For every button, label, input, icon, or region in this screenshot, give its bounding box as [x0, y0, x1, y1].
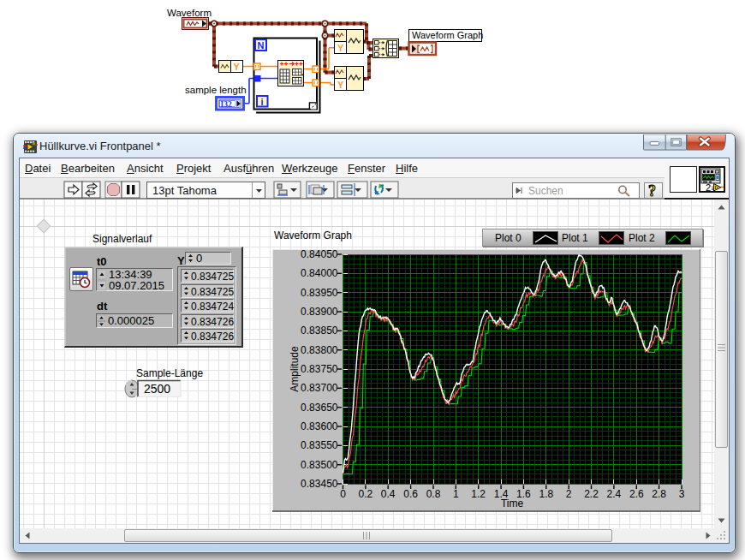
svg-text:0.83900: 0.83900: [301, 306, 338, 318]
svg-text:0.83850: 0.83850: [301, 325, 338, 337]
svg-text:1.8: 1.8: [539, 488, 553, 500]
svg-text:0.83550: 0.83550: [301, 439, 338, 451]
svg-text:0.83500: 0.83500: [301, 459, 338, 471]
svg-text:Y: Y: [234, 62, 241, 72]
svg-text:1: 1: [453, 488, 459, 500]
svg-text:Y: Y: [337, 43, 344, 53]
svg-text:0.83450: 0.83450: [301, 478, 338, 490]
svg-text:2500: 2500: [144, 382, 170, 396]
svg-text:0.83600: 0.83600: [301, 420, 338, 432]
svg-text:sample length: sample length: [185, 85, 247, 95]
svg-text:Suchen: Suchen: [528, 185, 563, 197]
svg-text:2.4: 2.4: [607, 488, 622, 500]
svg-text:0.83650: 0.83650: [301, 402, 338, 414]
svg-text:1.2: 1.2: [471, 488, 486, 500]
svg-text:0.8: 0.8: [426, 488, 441, 500]
svg-text:0: 0: [340, 488, 346, 500]
svg-text:0.83800: 0.83800: [301, 344, 338, 356]
svg-text:I32: I32: [221, 100, 232, 109]
svg-text:2: 2: [706, 182, 711, 192]
svg-text:0.84000: 0.84000: [301, 267, 338, 279]
svg-text:2.2: 2.2: [584, 488, 599, 500]
svg-text:0.4: 0.4: [381, 488, 396, 500]
svg-text:Y: Y: [337, 80, 344, 90]
svg-text:0.2: 0.2: [359, 488, 373, 500]
svg-text:0.83700: 0.83700: [301, 382, 338, 394]
svg-text:2.6: 2.6: [629, 488, 644, 500]
svg-text:3: 3: [679, 488, 685, 500]
svg-text:N: N: [258, 40, 265, 51]
svg-text:0.84050: 0.84050: [301, 249, 338, 260]
svg-text:2: 2: [566, 488, 572, 500]
svg-text:?: ?: [648, 183, 656, 198]
svg-text:0.83750: 0.83750: [301, 363, 338, 375]
svg-text:i: i: [261, 97, 264, 107]
svg-text:Waveform Graph: Waveform Graph: [412, 30, 483, 40]
svg-text:Amplitude: Amplitude: [289, 346, 301, 392]
svg-text:2.8: 2.8: [652, 488, 666, 500]
svg-text:Waveform: Waveform: [167, 8, 212, 18]
svg-text:Time: Time: [501, 497, 524, 509]
svg-text:0.83950: 0.83950: [301, 287, 338, 299]
svg-text:0.6: 0.6: [403, 488, 418, 500]
